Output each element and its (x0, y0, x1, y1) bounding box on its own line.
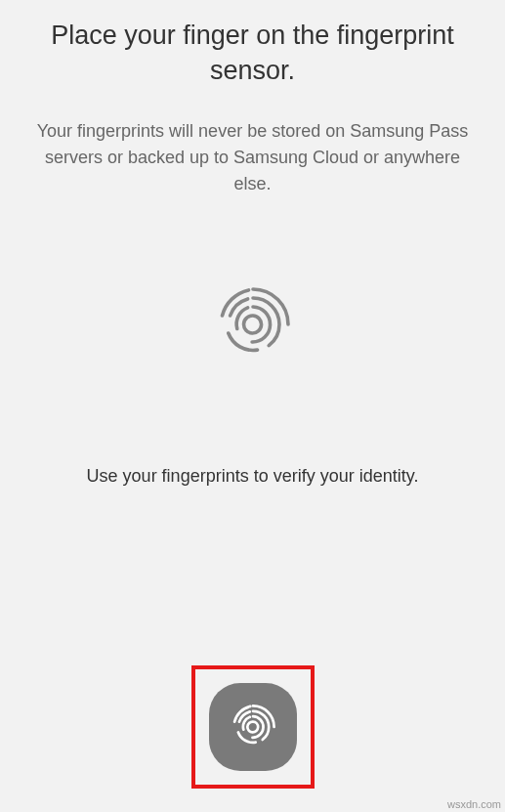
privacy-description: Your fingerprints will never be stored o… (0, 89, 505, 197)
fingerprint-sensor-icon (227, 701, 279, 753)
watermark-text: wsxdn.com (447, 798, 501, 810)
verify-instruction: Use your fingerprints to verify your ide… (67, 466, 439, 487)
fingerprint-illustration (209, 280, 297, 368)
fingerprint-icon (209, 280, 297, 368)
fingerprint-sensor-button[interactable] (209, 683, 297, 771)
page-title: Place your finger on the fingerprint sen… (0, 0, 505, 89)
sensor-highlight-box (191, 665, 315, 789)
